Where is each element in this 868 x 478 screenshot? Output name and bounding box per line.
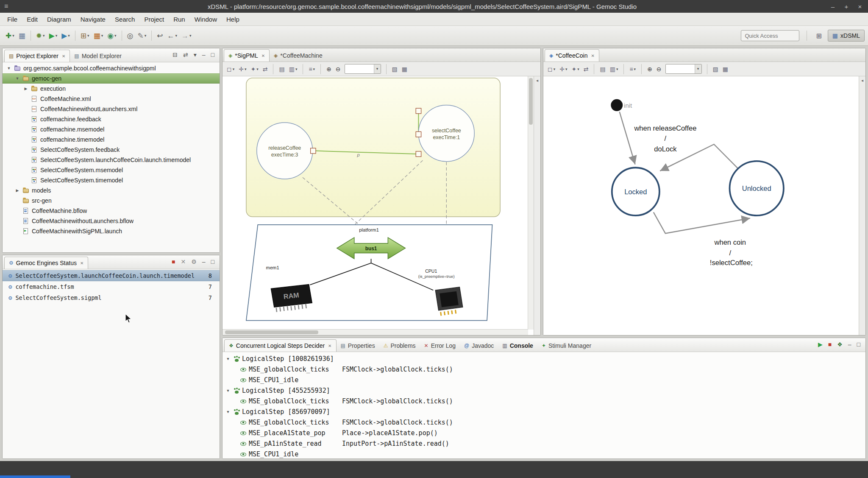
link-with-editor-button[interactable]: ⇄ bbox=[582, 64, 590, 74]
filters-button[interactable]: ✦▾ bbox=[249, 64, 260, 74]
play-engine-button[interactable]: ▶ bbox=[817, 340, 823, 349]
window-minimize-button[interactable]: – bbox=[829, 3, 837, 10]
tree-expander-icon[interactable]: ▼ bbox=[225, 357, 231, 361]
align-button[interactable]: ≡▾ bbox=[628, 64, 637, 74]
tab-properties[interactable]: ▤Properties bbox=[337, 339, 379, 352]
run-button[interactable]: ▶▾ bbox=[47, 29, 60, 42]
tree-item-coffemachine-feedback[interactable]: coffemachine.feedback bbox=[3, 114, 220, 124]
close-tab-icon[interactable]: ✕ bbox=[591, 53, 594, 58]
palette-collapsed-strip[interactable]: ◂ bbox=[534, 76, 540, 335]
port-icon[interactable] bbox=[416, 108, 421, 114]
tree-item-gemoc-gen[interactable]: ▼gemoc-gen bbox=[3, 73, 220, 84]
transition-edge[interactable] bbox=[620, 112, 635, 164]
search-button[interactable]: ◎ bbox=[125, 29, 136, 42]
tree-expander-icon[interactable]: ▶ bbox=[23, 87, 29, 91]
tree-item-coffemachine-timemodel[interactable]: coffemachine.timemodel bbox=[3, 134, 220, 145]
sigpml-canvas[interactable]: releaseCoffee execTime:3 selectCoffee ex… bbox=[223, 76, 534, 335]
refresh-layout-button[interactable]: ✛▾ bbox=[558, 64, 569, 74]
collapse-all-button[interactable]: ⊟ bbox=[172, 50, 178, 59]
menu-edit[interactable]: Edit bbox=[22, 14, 42, 25]
tree-item-execution[interactable]: ▶execution bbox=[3, 84, 220, 94]
export-diagram-button[interactable]: ▧ bbox=[711, 64, 720, 74]
coffeecoin-diagram[interactable]: init when releaseCoffee / doLock Locked … bbox=[543, 76, 859, 335]
new-class-button[interactable]: ◉▾ bbox=[105, 29, 118, 42]
link-with-editor-button[interactable]: ⇄ bbox=[261, 64, 270, 74]
window-close-button[interactable]: × bbox=[856, 3, 864, 10]
paste-layout-button[interactable]: ▥▾ bbox=[287, 64, 299, 74]
app-menu-icon[interactable]: ≡ bbox=[4, 3, 15, 10]
transition-edge[interactable] bbox=[654, 212, 750, 233]
new-package-button[interactable]: ▦▾ bbox=[92, 29, 106, 42]
tree-item-coffeemachine-bflow[interactable]: CoffeeMachine.bflow bbox=[3, 206, 220, 216]
mse-row[interactable]: MSE_placeA1State_popPlace->placeA1State.… bbox=[223, 428, 865, 438]
initial-state-node[interactable] bbox=[611, 99, 623, 111]
tab-project-explorer[interactable]: ▤Project Explorer✕ bbox=[4, 50, 70, 62]
minimize-panel-button[interactable]: – bbox=[201, 50, 206, 59]
menu-run[interactable]: Run bbox=[169, 14, 190, 25]
save-button[interactable]: ▦ bbox=[17, 29, 28, 42]
debug-button[interactable]: ✹▾ bbox=[34, 29, 47, 42]
engine-row[interactable]: ⚙coffemachine.tfsm7 bbox=[3, 281, 220, 292]
vertical-scrollbar[interactable] bbox=[528, 76, 534, 330]
tab-gemoc-engines-status[interactable]: ⚙Gemoc Engines Status✕ bbox=[4, 257, 88, 269]
align-button[interactable]: ≡▾ bbox=[307, 64, 317, 74]
maximize-panel-button[interactable]: □ bbox=[210, 50, 215, 59]
tree-item-coffeemachine-xml[interactable]: CoffeeMachine.xml bbox=[3, 94, 220, 104]
mse-row[interactable]: MSE_CPU1_idle bbox=[223, 375, 865, 385]
copy-appearance-button[interactable]: ▤ bbox=[277, 64, 286, 74]
open-perspective-button[interactable]: ⊞ bbox=[814, 31, 823, 41]
mse-row[interactable]: MSE_globalClock_ticksFSMClock->globalClo… bbox=[223, 364, 865, 375]
tab-coffeemachine[interactable]: ◈*CoffeeMachine bbox=[270, 49, 327, 61]
tree-item-selectcoffeesystem-msemodel[interactable]: SelectCoffeeSystem.msemodel bbox=[3, 165, 220, 175]
palette-collapsed-strip[interactable]: ◂ bbox=[859, 76, 865, 335]
grid-button[interactable]: ▦ bbox=[400, 64, 409, 74]
maximize-panel-button[interactable]: □ bbox=[856, 340, 861, 349]
selection-mode-button[interactable]: ◻▾ bbox=[546, 64, 557, 74]
tree-item-coffemachine-msemodel[interactable]: coffemachine.msemodel bbox=[3, 124, 220, 134]
view-menu-button[interactable]: ▾ bbox=[193, 50, 198, 59]
annotation-button[interactable]: ✎▾ bbox=[135, 29, 148, 42]
tree-expander-icon[interactable]: ▶ bbox=[14, 188, 20, 193]
port-icon[interactable] bbox=[416, 151, 421, 157]
engine-row[interactable]: ⚙SelectCoffeeSystem.sigpml7 bbox=[3, 292, 220, 303]
expand-palette-icon[interactable]: ◂ bbox=[536, 78, 538, 335]
filters-button[interactable]: ✦▾ bbox=[570, 64, 581, 74]
quick-access-input[interactable] bbox=[741, 30, 799, 41]
minimize-panel-button[interactable]: – bbox=[847, 340, 852, 349]
perspective-xdsml-button[interactable]: ▦ xDSML bbox=[828, 30, 865, 42]
engine-row[interactable]: ⚙SelectCoffeeSystem.launchCoffeeCoin.lau… bbox=[3, 270, 220, 281]
port-icon[interactable] bbox=[416, 131, 421, 137]
combo-dropdown-icon[interactable]: ▾ bbox=[374, 64, 381, 73]
external-tools-button[interactable]: ▶▾ bbox=[59, 29, 72, 42]
sigpml-diagram[interactable]: releaseCoffee execTime:3 selectCoffee ex… bbox=[223, 76, 528, 330]
logical-step-row[interactable]: ▼LogicalStep [856970097] bbox=[223, 406, 865, 417]
copy-appearance-button[interactable]: ▤ bbox=[598, 64, 607, 74]
tree-item-selectcoffeesystem-timemodel[interactable]: SelectCoffeeSystem.timemodel bbox=[3, 175, 220, 185]
tab-error-log[interactable]: ✕Error Log bbox=[420, 339, 460, 352]
logical-step-row[interactable]: ▼LogicalStep [1008261936] bbox=[223, 353, 865, 364]
zoom-out-button[interactable]: ⊖ bbox=[334, 64, 342, 74]
tree-item-models[interactable]: ▶models bbox=[3, 185, 220, 196]
last-edit-location-button[interactable]: ↩ bbox=[155, 29, 165, 42]
zoom-in-button[interactable]: ⊕ bbox=[645, 64, 654, 74]
tree-item-coffeemachinewithsigpml-launch[interactable]: CoffeeMachinewithSigPML.launch bbox=[3, 226, 220, 236]
mse-row[interactable]: MSE_globalClock_ticksFSMClock->globalClo… bbox=[223, 396, 865, 406]
tab-problems[interactable]: ⚠Problems bbox=[379, 339, 420, 352]
selection-mode-button[interactable]: ◻▾ bbox=[225, 64, 236, 74]
link-with-editor-button[interactable]: ⇄ bbox=[182, 50, 189, 59]
new-java-project-button[interactable]: ⊞▾ bbox=[78, 29, 92, 42]
port-icon[interactable] bbox=[311, 148, 316, 154]
mse-row[interactable]: MSE_CPU1_idle bbox=[223, 449, 865, 458]
coffeecoin-canvas[interactable]: init when releaseCoffee / doLock Locked … bbox=[543, 76, 859, 335]
minimize-panel-button[interactable]: – bbox=[201, 257, 206, 266]
grid-button[interactable]: ▦ bbox=[721, 64, 730, 74]
forward-button[interactable]: →▾ bbox=[179, 29, 194, 42]
engine-options-button[interactable]: ❖ bbox=[836, 340, 843, 349]
maximize-panel-button[interactable]: □ bbox=[210, 257, 215, 266]
stop-all-engines-button[interactable]: ■ bbox=[171, 257, 176, 266]
logical-step-row[interactable]: ▼LogicalStep [455255932] bbox=[223, 385, 865, 396]
tab-model-explorer[interactable]: ▤Model Explorer bbox=[70, 50, 126, 62]
tree-expander-icon[interactable]: ▼ bbox=[6, 66, 12, 70]
paste-layout-button[interactable]: ▥▾ bbox=[608, 64, 620, 74]
engine-settings-button[interactable]: ⚙ bbox=[190, 257, 198, 266]
